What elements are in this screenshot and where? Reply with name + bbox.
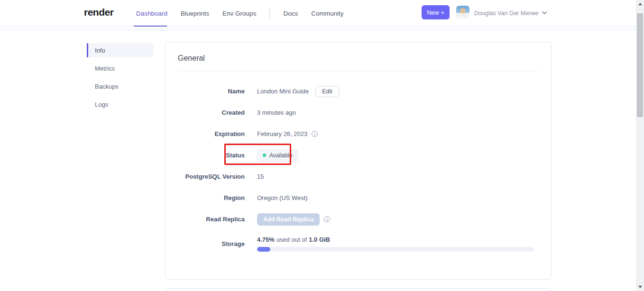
info-icon[interactable]: i xyxy=(312,131,318,137)
status-badge-text: Available xyxy=(269,152,292,159)
sidebar-item-logs[interactable]: Logs xyxy=(87,97,153,111)
next-card-edge xyxy=(165,288,552,291)
info-icon[interactable]: i xyxy=(324,216,330,222)
main-nav: Dashboard Blueprints Env Groups Docs Com… xyxy=(136,0,343,27)
field-row-name: Name London Mini Guide Edit xyxy=(166,81,551,102)
scroll-down-arrow-icon[interactable] xyxy=(636,283,644,291)
nav-dashboard[interactable]: Dashboard xyxy=(136,10,167,17)
nav-env-groups[interactable]: Env Groups xyxy=(222,10,256,17)
status-label: Status xyxy=(166,152,245,159)
name-value: London Mini Guide xyxy=(257,88,309,95)
version-value: 15 xyxy=(257,173,264,180)
general-card: General Name London Mini Guide Edit Crea… xyxy=(165,42,552,280)
region-label: Region xyxy=(166,194,245,201)
field-row-storage: Storage 4.75%used out of1.0 GiB xyxy=(166,230,551,257)
field-row-expiration: Expiration February 26, 2023 i xyxy=(166,123,551,145)
user-avatar[interactable] xyxy=(456,6,469,19)
storage-usage-text: 4.75%used out of1.0 GiB xyxy=(257,236,534,243)
region-value: Oregon (US West) xyxy=(257,194,308,201)
sidebar: Info Metrics Backups Logs xyxy=(87,43,153,115)
field-row-read-replica: Read Replica Add Read Replica i xyxy=(166,209,551,230)
expiration-value: February 26, 2023 xyxy=(257,130,307,137)
vertical-scrollbar[interactable] xyxy=(636,0,644,291)
card-title: General xyxy=(178,54,551,63)
nav-blueprints[interactable]: Blueprints xyxy=(181,10,209,17)
sidebar-item-backups[interactable]: Backups xyxy=(87,79,153,93)
edit-button[interactable]: Edit xyxy=(315,86,339,97)
user-name[interactable]: Douglas Van Der Merwe xyxy=(474,0,538,27)
storage-progress-fill xyxy=(257,247,270,252)
storage-middle-text: used out of xyxy=(276,236,307,243)
add-read-replica-button[interactable]: Add Read Replica xyxy=(257,213,320,226)
storage-progress-track xyxy=(257,247,534,252)
scrollbar-thumb[interactable] xyxy=(637,13,643,117)
nav-divider xyxy=(269,7,270,19)
sidebar-active-indicator xyxy=(87,43,88,57)
sidebar-item-info[interactable]: Info xyxy=(87,43,153,57)
scroll-up-arrow-icon[interactable] xyxy=(636,0,644,8)
expiration-label: Expiration xyxy=(166,130,245,137)
field-row-postgresql-version: PostgreSQL Version 15 xyxy=(166,166,551,187)
created-value: 3 minutes ago xyxy=(257,109,296,116)
nav-community[interactable]: Community xyxy=(311,10,343,17)
card-divider xyxy=(178,71,539,71)
field-rows: Name London Mini Guide Edit Created 3 mi… xyxy=(166,81,551,257)
read-replica-label: Read Replica xyxy=(166,216,245,223)
storage-label: Storage xyxy=(166,240,245,247)
field-row-status: Status Available xyxy=(166,145,551,166)
status-dot-icon xyxy=(263,154,266,157)
field-row-region: Region Oregon (US West) xyxy=(166,187,551,209)
storage-used-percent: 4.75% xyxy=(257,236,275,243)
sidebar-item-metrics[interactable]: Metrics xyxy=(87,61,153,75)
version-label: PostgreSQL Version xyxy=(166,173,245,180)
page: render Dashboard Blueprints Env Groups D… xyxy=(0,0,644,291)
new-button[interactable]: New + xyxy=(422,5,450,19)
field-row-created: Created 3 minutes ago xyxy=(166,102,551,123)
nav-docs[interactable]: Docs xyxy=(283,10,298,17)
name-label: Name xyxy=(166,88,245,95)
created-label: Created xyxy=(166,109,245,116)
storage-total: 1.0 GiB xyxy=(309,236,330,243)
active-tab-underline xyxy=(134,26,167,27)
chevron-down-icon[interactable] xyxy=(541,9,549,17)
top-header: render Dashboard Blueprints Env Groups D… xyxy=(0,0,644,27)
status-badge: Available xyxy=(257,149,298,162)
render-logo[interactable]: render xyxy=(84,7,113,18)
subheader-strip xyxy=(0,27,644,30)
